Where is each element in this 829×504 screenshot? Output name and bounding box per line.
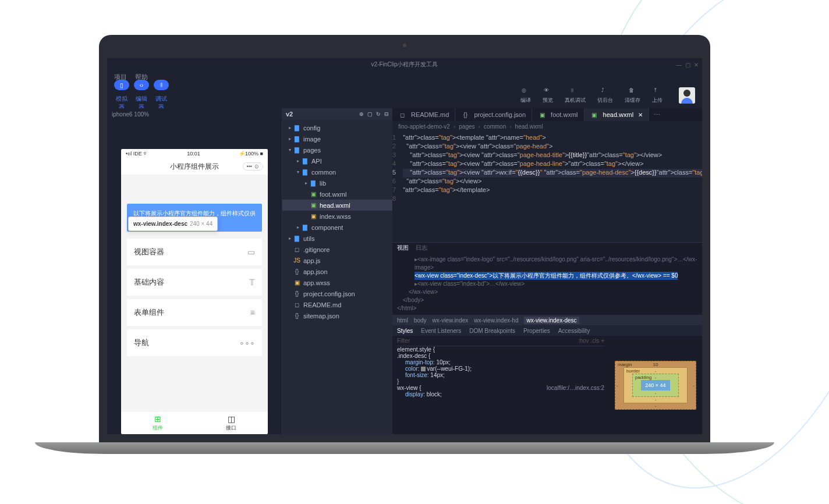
- tabbar-item[interactable]: ◫接口: [194, 411, 268, 434]
- styles-subtab[interactable]: Event Listeners: [421, 328, 461, 334]
- toolbar: ▯ ‹› ⫴ 模拟器 编辑器 调试器 ◎编译👁预览⫴真机调试⤴切后台🗑清缓存⤒上…: [107, 83, 702, 108]
- file-tree-item[interactable]: ▸▇component: [282, 222, 392, 233]
- laptop-frame: v2-FinClip小程序开发工具 — ▢ ✕ 项目 帮助 ▯ ‹› ⫴: [99, 35, 710, 454]
- devtools-panel: 视图 日志 ▸<wx-image class="index-logo" src=…: [392, 242, 702, 434]
- editor-tab[interactable]: {}project.config.json: [455, 108, 532, 121]
- breadcrumb-segment[interactable]: common: [484, 123, 506, 130]
- toolbar-action-button[interactable]: ⤒上传: [652, 87, 663, 104]
- dom-tree[interactable]: ▸<wx-image class="index-logo" src="../re…: [392, 253, 702, 315]
- explorer-root: v2: [286, 111, 293, 118]
- styles-filter-input[interactable]: Filter: [397, 338, 410, 344]
- breadcrumb: fino-applet-demo-v2›pages›common›head.wx…: [392, 121, 702, 132]
- file-tree-item[interactable]: ◻README.md: [282, 299, 392, 310]
- titlebar: v2-FinClip小程序开发工具 — ▢ ✕: [107, 58, 702, 71]
- code-editor[interactable]: 12345678 "attr">class="tag"><template "a…: [392, 132, 702, 242]
- breadcrumb-segment[interactable]: pages: [459, 123, 474, 130]
- styles-subtab[interactable]: Styles: [397, 328, 413, 334]
- styles-pane[interactable]: Filter :hov .cls + element.style {.index…: [392, 336, 609, 434]
- list-item[interactable]: 基础内容𝕋: [127, 269, 262, 296]
- refresh-icon[interactable]: ↻: [376, 111, 381, 117]
- file-tree-item[interactable]: ▸▇API: [282, 155, 392, 166]
- capsule-menu[interactable]: •••⊙: [243, 162, 263, 171]
- mode-debugger-button[interactable]: ⫴: [154, 80, 169, 90]
- dom-crumb[interactable]: wx-view.index-hd: [474, 317, 518, 324]
- dom-crumb[interactable]: wx-view.index-desc: [524, 317, 579, 324]
- editor-area: ◻README.md{}project.config.json▣foot.wxm…: [392, 108, 702, 434]
- dom-crumb[interactable]: body: [414, 317, 427, 324]
- file-explorer: v2 ⊕ ▢ ↻ ⊟ ▸▇config▸▇image▾▇pages▸▇API▾▇…: [282, 108, 392, 434]
- file-tree-item[interactable]: ▸▇config: [282, 122, 392, 133]
- file-tree-item[interactable]: {}sitemap.json: [282, 310, 392, 321]
- window-title: v2-FinClip小程序开发工具: [371, 61, 438, 69]
- menubar: 项目 帮助: [107, 71, 702, 83]
- editor-tab[interactable]: ◻README.md: [392, 108, 455, 121]
- file-tree-item[interactable]: {}project.config.json: [282, 288, 392, 299]
- nav-title: 小程序组件展示: [170, 162, 219, 172]
- file-tree-item[interactable]: JSapp.js: [282, 255, 392, 266]
- inspector-tooltip: wx-view.index-desc240 × 44: [128, 216, 218, 231]
- dom-crumb[interactable]: wx-view.index: [433, 317, 469, 324]
- mode-simulator-button[interactable]: ▯: [114, 80, 129, 90]
- status-battery: ⚡100% ■: [239, 151, 263, 157]
- box-model: margin 10 - - - border -: [609, 336, 702, 434]
- breadcrumb-segment[interactable]: head.wxml: [515, 123, 543, 130]
- mode-editor-button[interactable]: ‹›: [134, 80, 149, 90]
- breadcrumb-segment[interactable]: fino-applet-demo-v2: [398, 123, 450, 130]
- file-tree-item[interactable]: ▣head.wxml: [282, 200, 392, 211]
- avatar[interactable]: [679, 87, 695, 104]
- file-tree-item[interactable]: ▣index.wxss: [282, 211, 392, 222]
- status-signal: •ııl IDE ᯤ: [126, 151, 148, 157]
- list-item[interactable]: 视图容器▭: [127, 239, 262, 265]
- file-tree-item[interactable]: ▾▇pages: [282, 144, 392, 155]
- file-tree-item[interactable]: ◻.gitignore: [282, 244, 392, 255]
- file-tree-item[interactable]: ▣foot.wxml: [282, 189, 392, 200]
- file-tree-item[interactable]: ▾▇common: [282, 166, 392, 178]
- list-item[interactable]: 导航∘∘∘: [127, 329, 262, 356]
- file-tree-item[interactable]: ▸▇image: [282, 133, 392, 144]
- minimize-icon[interactable]: —: [676, 62, 682, 68]
- simulator-device-info: iphone6 100%: [107, 108, 282, 120]
- ide-window: v2-FinClip小程序开发工具 — ▢ ✕ 项目 帮助 ▯ ‹› ⫴: [107, 58, 702, 434]
- file-tree-item[interactable]: ▣app.wxss: [282, 277, 392, 288]
- editor-tab[interactable]: ▣head.wxml✕: [584, 108, 650, 121]
- list-item[interactable]: 表单组件≡: [127, 299, 262, 326]
- maximize-icon[interactable]: ▢: [685, 62, 690, 68]
- dom-crumb[interactable]: html: [397, 317, 408, 324]
- new-folder-icon[interactable]: ▢: [367, 111, 373, 117]
- tab-overflow-button[interactable]: ⋯: [649, 108, 665, 121]
- close-icon[interactable]: ✕: [694, 62, 699, 68]
- devtools-tab-elements[interactable]: 视图: [397, 244, 409, 252]
- dom-breadcrumb: htmlbodywx-view.indexwx-view.index-hdwx-…: [392, 315, 702, 325]
- toolbar-action-button[interactable]: ⤴切后台: [597, 87, 613, 104]
- toolbar-action-button[interactable]: 🗑清缓存: [625, 87, 640, 104]
- file-tree-item[interactable]: ▸▇utils: [282, 233, 392, 244]
- toolbar-action-button[interactable]: ◎编译: [520, 87, 531, 104]
- phone-frame: •ııl IDE ᯤ 10:01 ⚡100% ■ 小程序组件展示 •••⊙ wx…: [121, 149, 268, 434]
- styles-subtab[interactable]: Accessibility: [558, 328, 590, 334]
- file-tree-item[interactable]: {}app.json: [282, 266, 392, 277]
- devtools-tab-console[interactable]: 日志: [416, 244, 427, 252]
- status-time: 10:01: [187, 151, 200, 157]
- camera-dot: [403, 44, 406, 47]
- laptop-base: [35, 442, 774, 454]
- styles-subtab[interactable]: Properties: [523, 328, 550, 334]
- styles-subtab[interactable]: DOM Breakpoints: [469, 328, 515, 334]
- file-tree-item[interactable]: ▸▇lib: [282, 178, 392, 189]
- simulator-panel: iphone6 100% •ııl IDE ᯤ 10:01 ⚡100% ■ 小程…: [107, 108, 282, 434]
- toolbar-action-button[interactable]: ⫴真机调试: [565, 87, 586, 104]
- new-file-icon[interactable]: ⊕: [359, 111, 364, 117]
- tabbar-item[interactable]: ⊞组件: [121, 411, 194, 434]
- styles-filter-tools[interactable]: :hov .cls +: [578, 338, 604, 344]
- collapse-icon[interactable]: ⊟: [384, 111, 389, 117]
- editor-tab[interactable]: ▣foot.wxml: [532, 108, 584, 121]
- toolbar-action-button[interactable]: 👁预览: [543, 87, 553, 104]
